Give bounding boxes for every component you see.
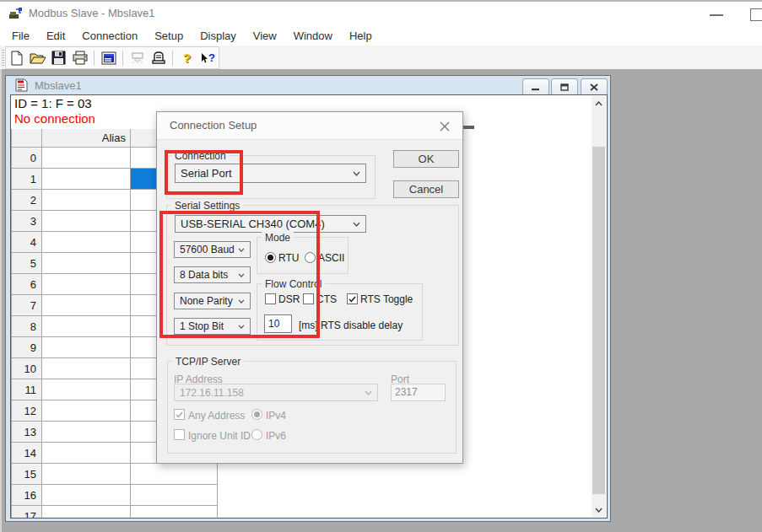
scrollbar-thumb[interactable] [592, 147, 605, 494]
ip-address-combobox: 172.16.11.158 [174, 384, 378, 401]
row-header-2[interactable]: 2 [11, 190, 42, 211]
row-header-11[interactable]: 11 [11, 379, 42, 400]
cancel-button[interactable]: Cancel [393, 180, 459, 198]
row-header-1[interactable]: 1 [11, 169, 42, 190]
alias-cell-11[interactable] [42, 379, 131, 400]
menu-file[interactable]: File [3, 27, 38, 45]
display-setup-button[interactable] [99, 49, 118, 67]
alias-cell-13[interactable] [42, 422, 131, 443]
window-title: Modbus Slave - Mbslave1 [29, 7, 155, 19]
print-icon [72, 51, 89, 65]
menu-edit[interactable]: Edit [38, 27, 73, 45]
grid-row-17: 17 [11, 506, 218, 519]
value-cell-15[interactable] [131, 464, 218, 485]
row-header-5[interactable]: 5 [11, 253, 42, 274]
child-restore-button[interactable] [551, 78, 578, 96]
maximize-button[interactable] [750, 8, 762, 21]
open-document-icon [30, 51, 46, 65]
alias-cell-12[interactable] [42, 400, 131, 422]
chevron-down-icon [365, 390, 372, 395]
menu-display[interactable]: Display [192, 27, 245, 45]
child-titlebar[interactable]: Mbslave1 [6, 76, 610, 94]
open-document-button[interactable] [28, 49, 47, 67]
document-icon [15, 78, 29, 92]
alias-cell-9[interactable] [42, 337, 131, 358]
help-button[interactable]: ? [177, 49, 197, 67]
dialog-titlebar[interactable]: Connection Setup [157, 112, 462, 140]
toolbar-grip[interactable] [2, 48, 4, 66]
row-header-9[interactable]: 9 [11, 337, 42, 358]
save-document-button[interactable] [49, 49, 68, 67]
minimize-button[interactable] [710, 14, 723, 16]
menu-connection[interactable]: Connection [73, 27, 146, 45]
ipv6-radio [251, 429, 262, 440]
toolbar-group: ? ? [5, 46, 219, 69]
device-definition-icon [151, 51, 166, 65]
ipv4-label: IPv4 [266, 410, 286, 422]
ascii-label: ASCII [318, 252, 344, 264]
context-help-arrow-icon [201, 52, 208, 64]
menu-help[interactable]: Help [341, 27, 381, 45]
context-help-button[interactable]: ? [198, 49, 218, 67]
child-close-button[interactable] [581, 78, 608, 96]
alias-cell-7[interactable] [42, 295, 131, 316]
alias-cell-3[interactable] [42, 211, 131, 232]
new-document-button[interactable] [7, 49, 26, 67]
value-cell-16[interactable] [131, 485, 218, 506]
rts-toggle-checkbox[interactable] [347, 293, 358, 304]
row-header-17[interactable]: 17 [11, 506, 42, 519]
alias-cell-0[interactable] [42, 148, 131, 169]
menu-view[interactable]: View [245, 27, 285, 45]
child-minimize-button[interactable] [522, 78, 549, 96]
alias-cell-10[interactable] [42, 358, 131, 379]
toolbar-separator [94, 51, 95, 66]
row-header-6[interactable]: 6 [11, 274, 42, 295]
app-icon [8, 7, 23, 20]
row-header-8[interactable]: 8 [11, 316, 42, 337]
rts-toggle-label: RTS Toggle [360, 293, 413, 305]
alias-column-header[interactable]: Alias [42, 129, 131, 148]
alias-cell-17[interactable] [42, 506, 131, 519]
child-restore-icon [560, 83, 569, 91]
dialog-close-button[interactable] [438, 120, 451, 133]
row-header-14[interactable]: 14 [11, 443, 42, 464]
vertical-scrollbar[interactable] [592, 96, 606, 517]
value-cell-17[interactable] [131, 506, 218, 519]
toolbar-separator [122, 51, 123, 66]
check-icon [349, 296, 356, 303]
alias-cell-1[interactable] [42, 169, 131, 190]
ok-button[interactable]: OK [393, 150, 459, 168]
ignore-unit-id-checkbox [174, 429, 185, 440]
scroll-up-icon[interactable] [592, 96, 606, 110]
print-button[interactable] [70, 49, 89, 67]
menu-bar: File Edit Connection Setup Display View … [0, 25, 762, 46]
row-header-0[interactable]: 0 [11, 148, 42, 169]
row-header-13[interactable]: 13 [11, 422, 42, 443]
connection-status-text: No connection [14, 111, 95, 126]
row-header-15[interactable]: 15 [11, 464, 42, 485]
row-header-7[interactable]: 7 [11, 295, 42, 316]
toolbar: ? ? [0, 46, 762, 70]
device-definition-button[interactable] [149, 49, 168, 67]
stray-mark [463, 126, 474, 129]
scroll-down-icon[interactable] [592, 502, 606, 517]
child-minimize-icon [532, 84, 540, 91]
alias-cell-4[interactable] [42, 232, 131, 253]
toolbar-separator [172, 51, 173, 66]
dialog-title: Connection Setup [170, 119, 257, 132]
row-header-12[interactable]: 12 [11, 400, 42, 422]
alias-cell-16[interactable] [42, 485, 131, 506]
row-header-16[interactable]: 16 [11, 485, 42, 506]
alias-cell-2[interactable] [42, 190, 131, 211]
row-header-3[interactable]: 3 [11, 211, 42, 232]
row-header-4[interactable]: 4 [11, 232, 42, 253]
alias-cell-15[interactable] [42, 464, 131, 485]
alias-cell-6[interactable] [42, 274, 131, 295]
alias-cell-5[interactable] [42, 253, 131, 274]
chevron-down-icon [353, 171, 360, 176]
row-header-10[interactable]: 10 [11, 358, 42, 379]
alias-cell-8[interactable] [42, 316, 131, 337]
menu-setup[interactable]: Setup [146, 27, 192, 45]
alias-cell-14[interactable] [42, 443, 131, 464]
menu-window[interactable]: Window [285, 27, 341, 45]
